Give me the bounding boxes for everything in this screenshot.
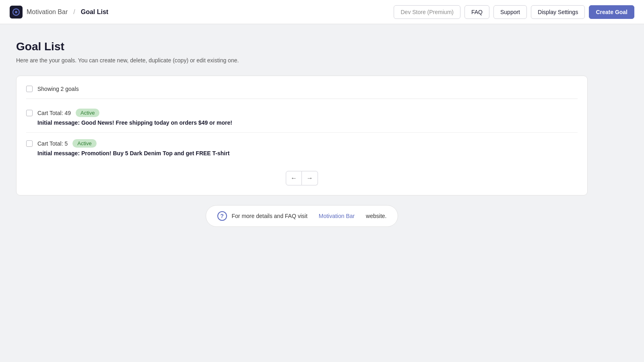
- app-name-label: Motivation Bar: [27, 8, 68, 16]
- goal-checkbox-0[interactable]: [26, 110, 33, 116]
- page-subtitle: Here are the your goals. You can create …: [16, 57, 588, 64]
- goal-row-top-0: Cart Total: 49 Active: [26, 109, 578, 117]
- goal-message-1: Initial message: Promotion! Buy 5 Dark D…: [37, 150, 578, 156]
- goal-badge-1: Active: [72, 139, 96, 148]
- select-all-checkbox[interactable]: [26, 86, 33, 92]
- display-settings-button[interactable]: Display Settings: [531, 5, 585, 19]
- pagination: ← →: [26, 171, 578, 185]
- header-actions: Dev Store (Premium) FAQ Support Display …: [394, 5, 634, 19]
- prev-page-button[interactable]: ←: [286, 171, 302, 185]
- svg-point-2: [15, 11, 17, 13]
- goals-count-label: Showing 2 goals: [37, 86, 79, 92]
- goal-row: Cart Total: 49 Active Initial message: G…: [26, 102, 578, 133]
- app-logo-icon: [10, 6, 23, 19]
- page-title: Goal List: [16, 40, 588, 53]
- footer-info-link[interactable]: Motivation Bar: [319, 213, 355, 219]
- help-icon: ?: [217, 211, 227, 221]
- footer-info-text-after: website.: [366, 213, 386, 219]
- header: Motivation Bar / Goal List Dev Store (Pr…: [0, 0, 644, 24]
- breadcrumb: Motivation Bar / Goal List: [10, 6, 108, 19]
- goal-label-1: Cart Total: 5: [37, 140, 68, 147]
- footer-info-text-before: For more details and FAQ visit: [232, 213, 308, 219]
- goals-header-row: Showing 2 goals: [26, 86, 578, 99]
- goal-row: Cart Total: 5 Active Initial message: Pr…: [26, 133, 578, 163]
- goal-checkbox-1[interactable]: [26, 140, 33, 147]
- support-button[interactable]: Support: [493, 5, 527, 19]
- goal-row-top-1: Cart Total: 5 Active: [26, 139, 578, 148]
- breadcrumb-separator: /: [73, 8, 75, 16]
- footer-info: ? For more details and FAQ visit Motivat…: [16, 205, 588, 227]
- page-breadcrumb-label: Goal List: [81, 8, 108, 16]
- footer-info-box: ? For more details and FAQ visit Motivat…: [206, 205, 398, 227]
- main-content: Goal List Here are the your goals. You c…: [0, 24, 604, 243]
- faq-button[interactable]: FAQ: [464, 5, 489, 19]
- goal-label-0: Cart Total: 49: [37, 110, 71, 116]
- next-page-button[interactable]: →: [302, 171, 318, 185]
- create-goal-button[interactable]: Create Goal: [589, 5, 634, 19]
- goal-badge-0: Active: [76, 109, 99, 117]
- store-button[interactable]: Dev Store (Premium): [394, 5, 460, 19]
- goals-card: Showing 2 goals Cart Total: 49 Active In…: [16, 76, 588, 195]
- goals-list: Cart Total: 49 Active Initial message: G…: [26, 102, 578, 163]
- goal-message-0: Initial message: Good News! Free shippin…: [37, 119, 578, 126]
